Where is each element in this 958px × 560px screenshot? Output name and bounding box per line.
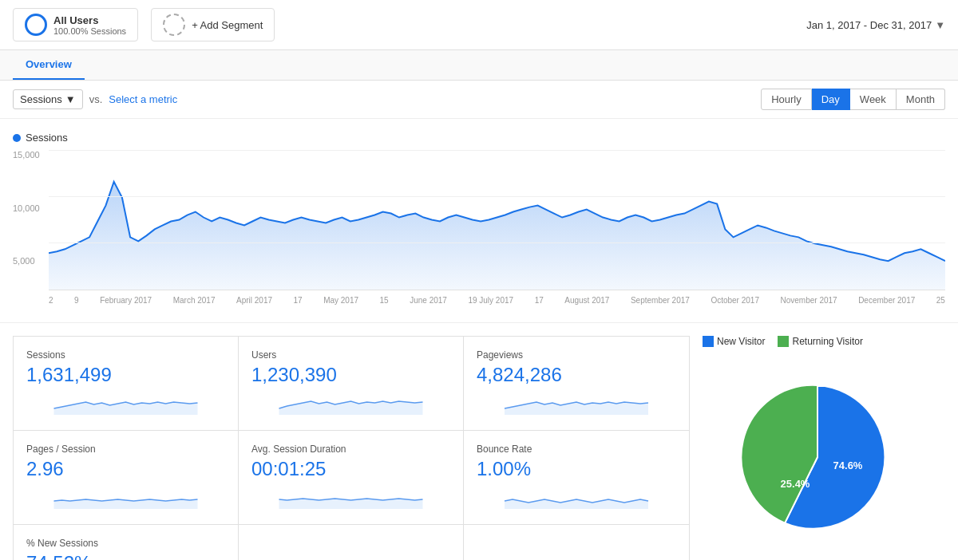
returning-visitor-swatch <box>778 336 789 347</box>
avg-duration-sparkline <box>251 487 450 509</box>
metric-users-label: Users <box>251 349 450 361</box>
pageviews-sparkline <box>477 392 676 415</box>
add-segment-button[interactable]: + Add Segment <box>151 8 275 41</box>
pie-area: New Visitor Returning Visitor <box>690 323 945 560</box>
tabs-bar: Overview <box>0 50 958 81</box>
x-label-nov: November 2017 <box>780 296 837 305</box>
metric-users-value: 1,230,390 <box>251 364 450 386</box>
metric-select-label: Sessions <box>20 93 62 105</box>
header-left: All Users 100.00% Sessions + Add Segment <box>13 8 275 41</box>
sessions-sparkline <box>26 392 225 415</box>
sessions-legend-dot <box>13 134 21 142</box>
bounce-rate-sparkline <box>477 487 676 509</box>
x-label-15: 15 <box>380 296 389 305</box>
x-label-oct: October 2017 <box>711 296 759 305</box>
x-label-dec: December 2017 <box>858 296 915 305</box>
y-axis-15k: 15,000 <box>13 150 49 160</box>
chart-area-fill <box>49 182 945 290</box>
x-label-jun: June 2017 <box>410 296 447 305</box>
metric-bounce-rate: Bounce Rate 1.00% <box>464 431 689 524</box>
metric-pageviews-label: Pageviews <box>477 349 676 361</box>
metrics-row-3: % New Sessions 74.52% <box>13 524 690 560</box>
week-button[interactable]: Week <box>850 89 897 110</box>
chart-inner <box>49 150 945 290</box>
metric-sessions: Sessions 1,631,499 <box>14 337 239 430</box>
chart-section: Sessions 15,000 10,000 5,000 <box>0 119 958 323</box>
pie-legend: New Visitor Returning Visitor <box>703 336 945 347</box>
metric-pageviews: Pageviews 4,824,286 <box>464 337 689 430</box>
users-sparkline <box>251 392 450 415</box>
metric-dropdown[interactable]: Sessions ▼ <box>13 89 83 109</box>
segment-info: All Users 100.00% Sessions <box>53 14 126 36</box>
metric-new-sessions: % New Sessions 74.52% <box>14 525 239 560</box>
tab-overview[interactable]: Overview <box>13 50 85 80</box>
metric-avg-duration-label: Avg. Session Duration <box>251 444 450 455</box>
metric-dropdown-arrow-icon: ▼ <box>65 93 76 105</box>
date-range-picker[interactable]: Jan 1, 2017 - Dec 31, 2017 ▼ <box>806 19 945 31</box>
x-label-9: 9 <box>74 296 79 305</box>
metric-pages-session-value: 2.96 <box>26 458 225 480</box>
metric-avg-duration-value: 00:01:25 <box>251 458 450 480</box>
metric-new-sessions-value: 74.52% <box>26 552 225 560</box>
pie-chart-svg: 74.6% 25.4% <box>730 369 905 545</box>
x-label-apr: April 2017 <box>236 296 272 305</box>
stats-area: Sessions 1,631,499 Users 1,230,390 Pagev… <box>13 323 690 560</box>
segment-sub: 100.00% Sessions <box>53 26 126 36</box>
pie-label-25: 25.4% <box>781 478 810 490</box>
new-visitor-label: New Visitor <box>717 336 765 347</box>
date-range-text: Jan 1, 2017 - Dec 31, 2017 <box>806 19 932 31</box>
x-label-aug: August 2017 <box>564 296 609 305</box>
segment-circle-icon <box>25 14 47 36</box>
legend-returning-visitor: Returning Visitor <box>778 336 863 347</box>
x-label-sep: September 2017 <box>631 296 690 305</box>
x-label-jul: 19 July 2017 <box>468 296 513 305</box>
add-segment-label: + Add Segment <box>192 19 263 31</box>
x-label-mar: March 2017 <box>173 296 216 305</box>
metric-pages-session: Pages / Session 2.96 <box>14 431 239 524</box>
x-label-17: 17 <box>294 296 303 305</box>
metric-sessions-label: Sessions <box>26 349 225 361</box>
metric-bounce-rate-value: 1.00% <box>477 458 676 480</box>
metric-pages-session-label: Pages / Session <box>26 444 225 455</box>
grid-line-top <box>49 150 945 151</box>
metrics-row-1: Sessions 1,631,499 Users 1,230,390 Pagev… <box>13 336 690 430</box>
pages-session-sparkline <box>26 487 225 509</box>
main-content: Sessions 1,631,499 Users 1,230,390 Pagev… <box>0 323 958 560</box>
y-axis: 15,000 10,000 5,000 <box>13 150 49 310</box>
metric-empty-2 <box>464 525 689 560</box>
vs-label: vs. <box>89 93 103 105</box>
x-label-25: 25 <box>936 296 945 305</box>
metric-avg-duration: Avg. Session Duration 00:01:25 <box>239 431 464 524</box>
grid-line-mid2 <box>49 243 945 243</box>
select-metric-link[interactable]: Select a metric <box>109 93 177 105</box>
segment-label: All Users <box>53 14 126 26</box>
grid-line-mid1 <box>49 196 945 197</box>
all-users-segment[interactable]: All Users 100.00% Sessions <box>13 8 138 41</box>
y-axis-5k: 5,000 <box>13 256 49 266</box>
pie-label-74: 74.6% <box>833 459 863 471</box>
metric-sessions-value: 1,631,499 <box>26 364 225 386</box>
metrics-row-2: Pages / Session 2.96 Avg. Session Durati… <box>13 430 690 524</box>
pie-chart-wrapper: 74.6% 25.4% <box>690 357 945 558</box>
x-label-may: May 2017 <box>323 296 358 305</box>
sessions-legend-label: Sessions <box>26 132 68 144</box>
chart-svg <box>49 150 945 290</box>
metric-new-sessions-label: % New Sessions <box>26 538 225 549</box>
month-button[interactable]: Month <box>897 89 945 110</box>
header: All Users 100.00% Sessions + Add Segment… <box>0 0 958 50</box>
day-button[interactable]: Day <box>812 89 850 110</box>
chart-legend: Sessions <box>13 132 945 144</box>
y-axis-10k: 10,000 <box>13 203 49 213</box>
toolbar-left: Sessions ▼ vs. Select a metric <box>13 89 177 109</box>
chart-container: 15,000 10,000 5,000 <box>13 150 945 310</box>
hourly-button[interactable]: Hourly <box>761 89 812 110</box>
x-axis: 2 9 February 2017 March 2017 April 2017 … <box>49 290 945 310</box>
legend-new-visitor: New Visitor <box>703 336 765 347</box>
add-segment-circle-icon <box>163 14 185 36</box>
toolbar: Sessions ▼ vs. Select a metric Hourly Da… <box>0 81 958 119</box>
x-label-17b: 17 <box>535 296 544 305</box>
metric-empty-1 <box>239 525 464 560</box>
metric-pageviews-value: 4,824,286 <box>477 364 676 386</box>
metric-users: Users 1,230,390 <box>239 337 464 430</box>
x-label-2: 2 <box>49 296 53 305</box>
